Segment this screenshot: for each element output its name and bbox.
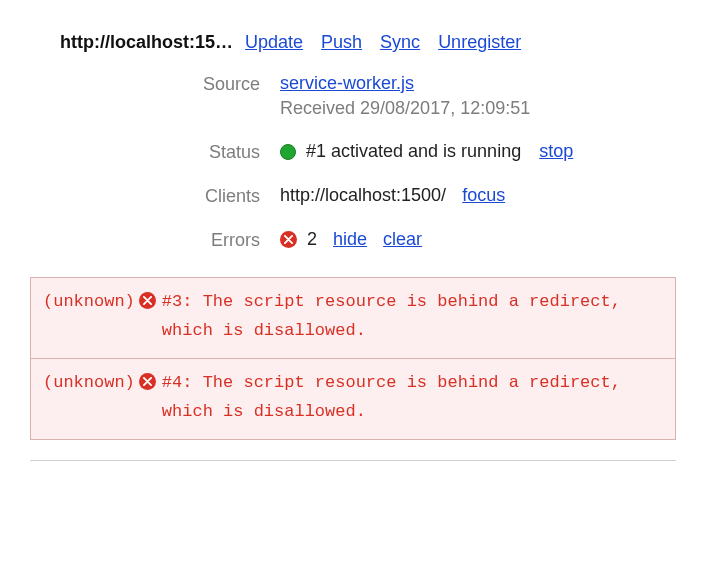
error-item: (unknown) #4: The script resource is beh…: [31, 359, 675, 439]
clients-value: http://localhost:1500/ focus: [280, 185, 676, 206]
error-message: #3: The script resource is behind a redi…: [162, 288, 663, 346]
errors-label: Errors: [30, 229, 280, 251]
status-text: #1 activated and is running: [306, 141, 521, 162]
focus-link[interactable]: focus: [462, 185, 505, 206]
source-label: Source: [30, 73, 280, 95]
clear-errors-link[interactable]: clear: [383, 229, 422, 250]
update-link[interactable]: Update: [245, 32, 303, 53]
error-icon: [139, 292, 156, 309]
sync-link[interactable]: Sync: [380, 32, 420, 53]
stop-link[interactable]: stop: [539, 141, 573, 162]
errors-value: 2 hide clear: [280, 229, 676, 250]
service-worker-panel: http://localhost:15… Update Push Sync Un…: [0, 0, 706, 461]
clients-label: Clients: [30, 185, 280, 207]
status-dot-icon: [280, 144, 296, 160]
received-label: Received: [280, 98, 355, 118]
source-file-link[interactable]: service-worker.js: [280, 73, 414, 93]
source-value: service-worker.js Received 29/08/2017, 1…: [280, 73, 676, 119]
error-source: (unknown): [43, 288, 135, 317]
received-timestamp: 29/08/2017, 12:09:51: [360, 98, 530, 118]
push-link[interactable]: Push: [321, 32, 362, 53]
header-row: http://localhost:15… Update Push Sync Un…: [60, 32, 676, 53]
error-icon: [280, 231, 297, 248]
status-label: Status: [30, 141, 280, 163]
source-received: Received 29/08/2017, 12:09:51: [280, 98, 676, 119]
hide-errors-link[interactable]: hide: [333, 229, 367, 250]
header-actions: Update Push Sync Unregister: [245, 32, 521, 53]
error-icon: [139, 373, 156, 390]
unregister-link[interactable]: Unregister: [438, 32, 521, 53]
error-count: 2: [307, 229, 317, 250]
details-grid: Source service-worker.js Received 29/08/…: [30, 73, 676, 251]
divider: [30, 460, 676, 461]
status-value: #1 activated and is running stop: [280, 141, 676, 162]
error-message: #4: The script resource is behind a redi…: [162, 369, 663, 427]
worker-url: http://localhost:15…: [60, 32, 233, 53]
error-list: (unknown) #3: The script resource is beh…: [30, 277, 676, 440]
client-url: http://localhost:1500/: [280, 185, 446, 206]
error-source: (unknown): [43, 369, 135, 398]
error-item: (unknown) #3: The script resource is beh…: [31, 278, 675, 359]
